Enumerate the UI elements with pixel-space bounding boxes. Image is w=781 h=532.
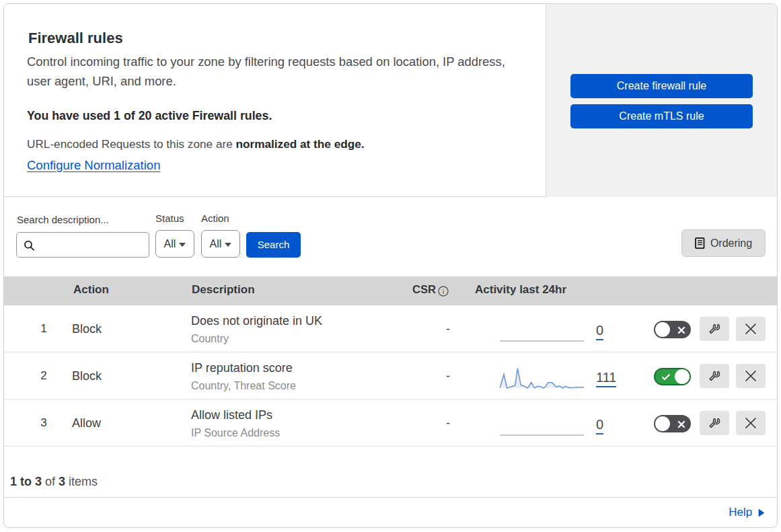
svg-text:i: i xyxy=(442,287,444,295)
